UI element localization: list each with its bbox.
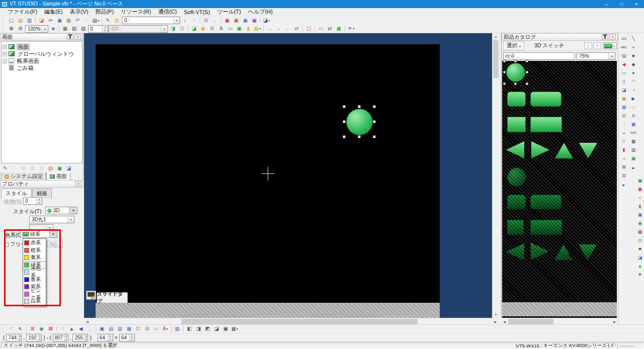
property-icon[interactable]: ▧ <box>37 164 46 172</box>
part-list-icon[interactable]: ▤ <box>636 236 644 244</box>
scrollbar-thumb[interactable] <box>493 40 499 78</box>
spin-down-icon[interactable]: ▼ <box>103 29 108 32</box>
edit-icon[interactable]: ✎ <box>1 164 10 172</box>
shape-combo[interactable]: 3D丸1▾ <box>29 216 74 223</box>
part-up-icon[interactable]: ▲ <box>636 262 644 270</box>
menu-softvt[interactable]: Soft-VT(S) <box>180 9 213 15</box>
catalog-part-rrect[interactable] <box>530 92 561 107</box>
selection-handle[interactable] <box>343 135 346 138</box>
save-icon[interactable]: ▥ <box>25 17 34 24</box>
align-center-icon[interactable]: ▣ <box>221 325 230 333</box>
catalog-part-rrect[interactable] <box>530 195 561 209</box>
more-tools-icon[interactable]: ▶ <box>620 182 628 187</box>
color-swatch-icon[interactable]: ■ <box>49 25 57 33</box>
minimize-button[interactable]: – <box>599 0 614 8</box>
zoom-in-icon[interactable]: ⊕ <box>7 25 16 33</box>
scrollbar-thumb[interactable] <box>181 319 418 324</box>
menu-view[interactable]: 表示(V) <box>66 8 92 16</box>
selection-handle[interactable] <box>358 135 361 138</box>
thumbnail-icon[interactable]: ⊡ <box>620 112 628 120</box>
close-icon[interactable]: × <box>74 34 81 40</box>
menu-comm[interactable]: 通信(C) <box>154 8 180 16</box>
flip-vertical-icon[interactable]: ▲ <box>67 325 76 333</box>
color-option-orange[interactable]: 橙系 <box>23 247 46 254</box>
catalog-part-rect[interactable] <box>507 117 526 132</box>
group-icon[interactable]: ▣ <box>98 325 106 333</box>
tree-item-global-window[interactable]: + グローバルウィンドウ <box>3 50 81 57</box>
coord-x1-spinner[interactable]: 744▲▼ <box>6 334 22 341</box>
color-option-yellow[interactable]: 黄系 <box>23 254 46 261</box>
selection-handle[interactable] <box>373 105 376 108</box>
grid-shape-icon[interactable]: ▦ <box>629 137 637 145</box>
zoom-level-combo[interactable]: 100%▾ <box>25 25 48 33</box>
state-spinner[interactable]: 0 ▲▼ <box>88 25 108 33</box>
expand-icon[interactable]: + <box>3 45 7 49</box>
chevron-down-icon[interactable]: ▼ <box>69 207 77 214</box>
more-tools-icon[interactable]: ▶ <box>629 165 637 170</box>
lamp-icon[interactable]: ● <box>636 194 644 202</box>
catalog-scrollbar[interactable]: ◀ ▶ <box>501 318 618 324</box>
cursor-icon[interactable]: ⇖ <box>16 325 25 333</box>
paste-icon[interactable]: ▦ <box>64 17 73 24</box>
verify-icon[interactable]: ⇄ <box>292 25 301 33</box>
selection-handle[interactable] <box>358 105 361 108</box>
dxf-icon[interactable]: DXF <box>629 129 637 137</box>
align-right-icon[interactable]: ◨ <box>194 325 203 333</box>
pin-icon[interactable] <box>67 34 73 40</box>
printer-setting-icon[interactable]: ▼▾ <box>347 25 355 33</box>
category-prev-button[interactable]: ↑ <box>593 42 601 49</box>
scrollbar-thumb[interactable] <box>508 319 553 324</box>
duplicate-screen-icon[interactable]: ▣ <box>55 164 64 172</box>
menu-tools[interactable]: ツール(T) <box>213 8 245 16</box>
tree-item-report-screen[interactable]: + 帳票画面 <box>3 57 81 64</box>
align-left-icon[interactable]: ◧ <box>185 325 194 333</box>
part-green-icon[interactable]: ▣ <box>636 177 644 185</box>
parts-overlap-icon[interactable]: ◪▾ <box>262 17 271 24</box>
menu-resource[interactable]: リソース(R) <box>117 8 154 16</box>
expand-icon[interactable]: + <box>3 59 7 63</box>
all-height-icon[interactable]: ▨ <box>79 25 88 33</box>
screen-jump-icon[interactable]: ⊞ <box>202 17 210 24</box>
toolbar-grip[interactable] <box>3 26 5 32</box>
selection-handle[interactable] <box>526 82 528 85</box>
selection-handle[interactable] <box>343 105 346 108</box>
new-screen-icon[interactable]: ▢ <box>10 164 19 172</box>
open-icon[interactable]: ▤ <box>16 17 25 24</box>
transfer-to-vt-icon[interactable]: → <box>265 25 274 33</box>
timer-icon[interactable]: ◒ <box>620 129 628 137</box>
new-icon[interactable]: ▢ <box>7 17 16 24</box>
text-display-icon[interactable]: ABC <box>620 43 628 51</box>
all-width-icon[interactable]: ▧ <box>70 25 78 33</box>
register-page-b-icon[interactable]: ▣ <box>223 17 231 24</box>
option-icon[interactable]: ◉ <box>199 25 207 33</box>
menu-edit[interactable]: 編集(E) <box>41 8 66 16</box>
print-icon[interactable]: ▤▾ <box>92 17 100 24</box>
slide-tab-icon[interactable] <box>86 291 96 300</box>
selection-handle[interactable] <box>343 120 346 123</box>
scroll-up-icon[interactable]: ▲ <box>493 33 499 40</box>
distribute-icon[interactable]: ▦▾ <box>230 325 239 333</box>
import-icon[interactable]: ◪ <box>37 17 46 24</box>
unlock-icon[interactable]: ⊞ <box>143 325 151 333</box>
copy-screen-icon[interactable]: ▣ <box>19 164 28 172</box>
chevron-down-icon[interactable]: ▾ <box>173 17 180 24</box>
coord-y1-spinner[interactable]: 192▲▼ <box>26 334 42 341</box>
catalog-part-circle[interactable] <box>506 63 525 82</box>
color-series-combo[interactable]: 緑系 ▼ <box>20 230 57 238</box>
part-stack-icon[interactable]: ◪ <box>636 253 644 261</box>
part-blue-icon[interactable]: ▣ <box>636 211 644 219</box>
catalog-part-tri-l[interactable] <box>506 243 524 260</box>
movie-icon[interactable]: ▶ <box>629 95 637 103</box>
menu-help[interactable]: ヘルプ(H) <box>245 8 276 16</box>
edit-screen-icon[interactable]: ✎ <box>104 17 112 24</box>
catalog-part-rect[interactable] <box>507 220 524 235</box>
ellipse-icon[interactable]: ● <box>629 69 637 77</box>
part-grid-icon[interactable]: ▦ <box>636 228 644 236</box>
select-back-icon[interactable]: ↶ <box>7 325 16 333</box>
register-page-3-icon[interactable]: ▣ <box>250 17 259 24</box>
keypad-icon[interactable]: ▦ <box>620 103 628 111</box>
meter-icon[interactable]: ◔ <box>620 120 628 128</box>
category-next-button[interactable]: ↓ <box>584 42 592 49</box>
send-back-icon[interactable]: ▦ <box>125 325 133 333</box>
bar-graph-icon[interactable]: ▮ <box>620 146 628 154</box>
